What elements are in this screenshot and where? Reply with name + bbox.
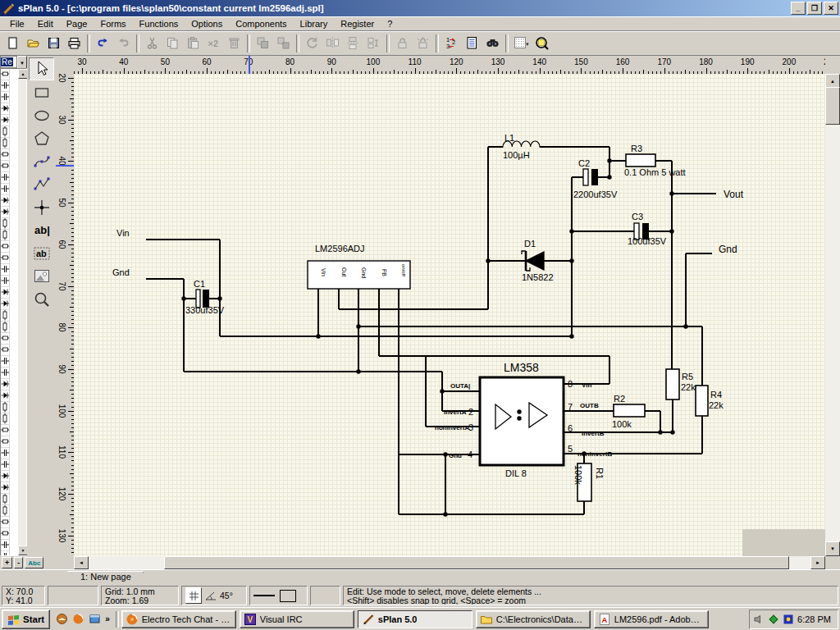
line-sample[interactable] <box>253 595 275 596</box>
menu-page[interactable]: Page <box>60 17 94 30</box>
component-symbol[interactable] <box>1 287 10 299</box>
toolbar-unlock-button[interactable] <box>413 34 433 53</box>
remove-page-button[interactable]: - <box>14 557 23 568</box>
firefox-icon[interactable] <box>71 612 85 627</box>
toolbar-rotate-button[interactable] <box>302 34 322 53</box>
task-button-splan[interactable]: sPlan 5.0 <box>358 610 472 628</box>
component-symbol[interactable] <box>1 459 10 471</box>
component-symbol[interactable] <box>1 207 10 218</box>
component-symbol[interactable] <box>1 448 10 459</box>
component-symbol[interactable] <box>1 390 10 402</box>
component-symbol[interactable] <box>1 310 10 322</box>
component-symbol[interactable] <box>1 425 10 436</box>
component-symbol[interactable] <box>1 528 10 540</box>
scroll-down-icon[interactable]: ▼ <box>825 541 840 556</box>
component-symbol[interactable] <box>1 413 10 425</box>
component-symbol[interactable] <box>1 276 10 287</box>
toolbar-print-button[interactable] <box>64 34 84 53</box>
component-symbol[interactable] <box>1 436 10 448</box>
menu-file[interactable]: File <box>3 17 31 30</box>
toolbar-duplicate-button[interactable]: ×2 <box>203 34 224 53</box>
toolbar-delete-button[interactable] <box>224 34 244 53</box>
toolbar-cut-button[interactable] <box>142 34 162 53</box>
browser-icon[interactable] <box>87 612 102 627</box>
component-symbol[interactable] <box>1 517 10 528</box>
component-symbol[interactable] <box>1 115 10 126</box>
component-symbol[interactable] <box>1 195 10 207</box>
tool-image[interactable] <box>30 266 53 287</box>
component-symbol[interactable] <box>1 264 10 276</box>
component-symbol[interactable] <box>1 172 10 184</box>
horizontal-scrollbar[interactable]: ◄ ► <box>74 556 825 569</box>
toolbar-search-button[interactable] <box>482 34 503 53</box>
toolbar-save-file-button[interactable] <box>43 34 64 53</box>
horizontal-scroll-thumb[interactable] <box>164 556 789 569</box>
component-symbol[interactable] <box>1 69 10 80</box>
scroll-right-icon[interactable]: ► <box>810 556 825 569</box>
toolbar-open-file-button[interactable] <box>23 34 43 53</box>
component-symbol[interactable] <box>1 161 10 172</box>
vertical-scroll-thumb[interactable] <box>825 87 840 125</box>
menu-components[interactable]: Components <box>229 17 293 30</box>
component-list-scrollbar[interactable]: ▲ ▼ <box>18 69 26 555</box>
toolbar-redo-button[interactable] <box>113 34 134 53</box>
tool-node[interactable] <box>30 197 53 218</box>
messenger-icon[interactable] <box>768 614 779 625</box>
rename-page-button[interactable]: Abc <box>25 557 43 568</box>
component-symbol[interactable] <box>1 356 10 368</box>
page-tab[interactable]: 1: New page <box>67 571 144 585</box>
component-symbol[interactable] <box>1 322 10 333</box>
toolbar-renumber-button[interactable]: 123 <box>441 34 462 53</box>
component-symbol[interactable] <box>1 379 10 390</box>
component-symbol[interactable] <box>1 368 10 379</box>
component-symbol[interactable] <box>1 253 10 264</box>
toolbar-mirror-horizontal-button[interactable] <box>322 34 343 53</box>
close-button[interactable]: ✕ <box>824 2 838 15</box>
component-symbol[interactable] <box>1 80 10 92</box>
toolbar-align-button[interactable] <box>363 34 384 53</box>
scroll-left-icon[interactable]: ◄ <box>74 556 89 569</box>
show-desktop-icon[interactable] <box>54 612 69 627</box>
component-symbol[interactable] <box>1 138 10 149</box>
start-button[interactable]: Start <box>2 609 50 629</box>
tool-bezier[interactable] <box>30 151 53 172</box>
tool-select[interactable] <box>29 57 54 80</box>
component-symbol[interactable] <box>1 345 10 356</box>
tool-rectangle[interactable] <box>30 82 53 103</box>
task-button-pdf[interactable]: ALM2596.pdf - Adobe A... <box>594 610 709 628</box>
toolbar-group-button[interactable] <box>253 34 273 53</box>
menu-edit[interactable]: Edit <box>31 17 60 30</box>
toolbar-undo-button[interactable] <box>93 34 113 53</box>
tool-textbox[interactable]: ab <box>30 243 53 264</box>
schematic-canvas[interactable]: VinGndC1330uf35VLM2596ADJL1100µHC22200uf… <box>74 74 825 556</box>
task-button-virc[interactable]: VVisual IRC <box>240 610 354 628</box>
tool-polyline[interactable] <box>30 174 53 195</box>
component-symbol[interactable] <box>1 184 10 195</box>
menu-options[interactable]: Options <box>185 17 229 30</box>
component-symbol[interactable] <box>1 299 10 310</box>
menu-[interactable]: ? <box>381 17 399 30</box>
clock[interactable]: 6:28 PM <box>797 614 831 624</box>
menu-library[interactable]: Library <box>294 17 335 30</box>
toolbar-mirror-vertical-button[interactable] <box>343 34 363 53</box>
rect-sample[interactable] <box>280 590 296 602</box>
tool-ellipse[interactable] <box>30 105 53 126</box>
menu-functions[interactable]: Functions <box>133 17 185 30</box>
tool-zoom[interactable] <box>30 289 53 310</box>
tool-text[interactable]: ab| <box>30 220 53 241</box>
network-icon[interactable] <box>783 614 794 625</box>
task-button-firefox[interactable]: Electro Tech Chat - Mo... <box>121 610 236 628</box>
toolbar-grid-settings-button[interactable]: ▾ <box>511 34 532 53</box>
component-symbol[interactable] <box>1 471 10 482</box>
task-button-folder[interactable]: C:\Electronics\Datash... <box>476 610 591 628</box>
component-symbol[interactable] <box>1 92 10 103</box>
menu-forms[interactable]: Forms <box>94 17 132 30</box>
menu-register[interactable]: Register <box>334 17 381 30</box>
toolbar-copy-button[interactable] <box>162 34 183 53</box>
tool-polygon[interactable] <box>30 128 53 149</box>
component-symbol[interactable] <box>1 494 10 505</box>
toolbar-new-file-button[interactable] <box>2 34 23 53</box>
component-symbol[interactable] <box>1 218 10 230</box>
component-symbol[interactable] <box>1 482 10 494</box>
library-filter-input[interactable]: Re <box>0 56 17 68</box>
